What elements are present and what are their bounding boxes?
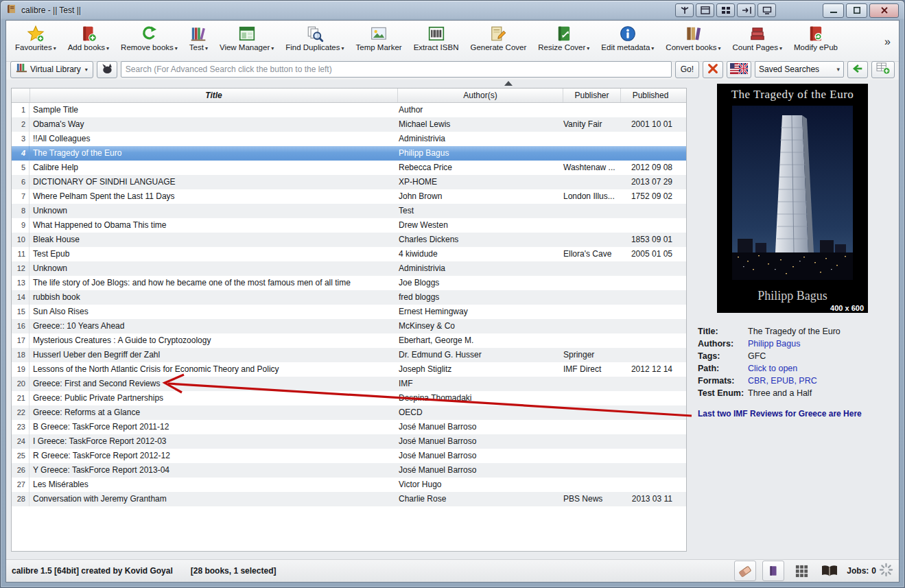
- book-row[interactable]: 12UnknownAdministrivia: [12, 261, 686, 276]
- dropdown-arrow-icon[interactable]: ▾: [175, 45, 178, 51]
- toolbar-view-manager-button[interactable]: View Manager▾: [215, 23, 279, 53]
- book-row[interactable]: 20Greece: First and Second ReviewsIMF: [12, 377, 686, 391]
- jobs-indicator[interactable]: Jobs: 0: [847, 563, 893, 579]
- detail-link[interactable]: Click to open: [748, 362, 797, 375]
- save-search-button[interactable]: [871, 61, 895, 78]
- book-row[interactable]: 3!!All ColleaguesAdministrivia: [12, 132, 686, 146]
- chevron-down-icon: ▾: [836, 66, 840, 73]
- titlebar-panel-button[interactable]: [696, 3, 714, 17]
- info-icon: [619, 24, 637, 43]
- book-row[interactable]: 9What Happened to Obama This timeDrew We…: [12, 218, 686, 233]
- epub-icon: [807, 24, 825, 43]
- close-button[interactable]: [869, 3, 899, 18]
- book-row[interactable]: 13The life story of Joe Blogs: and how h…: [12, 276, 686, 290]
- book-row[interactable]: 17Mysterious Creatures : A Guide to Cryp…: [12, 333, 686, 348]
- dropdown-arrow-icon[interactable]: ▾: [342, 45, 344, 51]
- book-row[interactable]: 11Test Epub4 kiwidudeEllora's Cave2005 0…: [12, 247, 686, 261]
- toolbar-add-books-button[interactable]: Add books▾: [63, 23, 114, 53]
- bookshelf-icon: [16, 62, 27, 76]
- cover-size-label: 400 x 600: [830, 304, 864, 312]
- toolbar-find-duplicates-button[interactable]: Find Duplicates▾: [281, 23, 349, 53]
- book-row[interactable]: 22Greece: Reforms at a GlanceOECD: [12, 405, 686, 420]
- titlebar-monitor-button[interactable]: [757, 3, 776, 17]
- toolbar-generate-cover-button[interactable]: Generate Cover: [465, 23, 531, 53]
- dropdown-arrow-icon[interactable]: ▾: [205, 45, 208, 51]
- book-row-selected[interactable]: 4The Tragedy of the EuroPhilipp Bagus: [12, 146, 686, 161]
- dropdown-arrow-icon[interactable]: ▾: [718, 45, 720, 51]
- dropdown-arrow-icon[interactable]: ▾: [779, 45, 782, 51]
- detail-value: The Tragedy of the Euro: [748, 325, 841, 338]
- green-left-arrow-icon: [851, 62, 864, 77]
- book-row[interactable]: 27Les MisérablesVictor Hugo: [12, 478, 686, 492]
- dropdown-arrow-icon[interactable]: ▾: [587, 45, 589, 51]
- layout-tag-eraser-button[interactable]: [734, 561, 756, 581]
- copy-saved-search-button[interactable]: [847, 61, 868, 78]
- toolbar-favourites-button[interactable]: Favourites▾: [10, 23, 61, 53]
- titlebar-gridsm-button[interactable]: [716, 3, 735, 17]
- window-icon: [238, 24, 256, 43]
- detail-link[interactable]: CBR, EPUB, PRC: [748, 375, 817, 387]
- row-number-header[interactable]: [12, 89, 30, 102]
- detail-link[interactable]: Philipp Bagus: [748, 338, 800, 350]
- book-row[interactable]: 6DICTIONARY OF SINDHI LANGUAGEXP-HOME201…: [12, 175, 686, 189]
- search-input[interactable]: [121, 61, 672, 78]
- book-row[interactable]: 1Sample TitleAuthor: [12, 103, 686, 117]
- dropdown-arrow-icon[interactable]: ▾: [54, 45, 56, 51]
- convert-icon: [684, 24, 702, 43]
- version-text: calibre 1.5 [64bit] created by Kovid Goy…: [12, 566, 173, 576]
- publisher-column-header[interactable]: Publisher: [563, 89, 621, 102]
- dropdown-arrow-icon[interactable]: ▾: [271, 45, 274, 51]
- window-title: calibre - || Test ||: [21, 5, 81, 15]
- book-row[interactable]: 24I Greece: TaskForce Report 2012-03José…: [12, 434, 686, 449]
- book-row[interactable]: 16Greece:: 10 Years AheadMcKinsey & Co: [12, 319, 686, 333]
- book-row[interactable]: 25R Greece: TaskForce Report 2012-12José…: [12, 449, 686, 463]
- book-row[interactable]: 19Lessons of the North Atlantic Crisis f…: [12, 362, 686, 377]
- toolbar-remove-books-button[interactable]: Remove books▾: [116, 23, 183, 53]
- go-button[interactable]: Go!: [675, 61, 699, 78]
- book-row[interactable]: 2Obama's WayMichael LewisVanity Fair2001…: [12, 117, 686, 132]
- book-cover[interactable]: The Tragedy of the Euro: [717, 84, 868, 313]
- toolbar-modify-epub-button[interactable]: Modify ePub: [789, 23, 843, 53]
- cover-author: Philipp Bagus: [717, 289, 868, 303]
- splitter-grip[interactable]: [504, 81, 513, 86]
- toolbar-count-pages-button[interactable]: Count Pages▾: [728, 23, 788, 53]
- book-row[interactable]: 23B Greece: TaskForce Report 2011-12José…: [12, 420, 686, 434]
- book-row[interactable]: 28Conversation with Jeremy GranthamCharl…: [12, 492, 686, 506]
- virtual-library-button[interactable]: Virtual Library ▾: [10, 61, 93, 78]
- clear-search-button[interactable]: [703, 61, 723, 78]
- toolbar-edit-metadata-button[interactable]: Edit metadata▾: [596, 23, 659, 53]
- toolbar-test-button[interactable]: Test▾: [185, 23, 213, 53]
- minimize-button[interactable]: [823, 3, 844, 18]
- maximize-button[interactable]: [846, 3, 867, 18]
- title-column-header[interactable]: Title: [30, 89, 398, 102]
- layout-book-details-button[interactable]: [819, 561, 841, 581]
- saved-searches-select[interactable]: Saved Searches ▾: [755, 61, 844, 78]
- dropdown-arrow-icon[interactable]: ▾: [106, 45, 109, 51]
- book-row[interactable]: 18Husserl Ueber den Begriff der ZahlDr. …: [12, 348, 686, 362]
- book-row[interactable]: 10Bleak HouseCharles Dickens1853 09 01: [12, 233, 686, 247]
- search-menu-button[interactable]: [97, 61, 117, 78]
- layout-grid-view-button[interactable]: [790, 561, 812, 581]
- titlebar[interactable]: calibre - || Test ||: [1, 1, 904, 20]
- book-row[interactable]: 7Where Pelham Spent the Last 11 DaysJohn…: [12, 189, 686, 204]
- dropdown-arrow-icon[interactable]: ▾: [651, 45, 654, 51]
- titlebar-branch-button[interactable]: [675, 3, 694, 17]
- published-column-header[interactable]: Published: [621, 89, 680, 102]
- detail-field: Path:Click to open: [698, 362, 894, 375]
- calibre-window: calibre - || Test || Favourites▾Add book…: [0, 0, 905, 588]
- titlebar-transfer-button[interactable]: [737, 3, 755, 17]
- book-row[interactable]: 15Sun Also RisesErnest Hemingway: [12, 305, 686, 319]
- book-row[interactable]: 21Greece: Public Private PartnershipsDes…: [12, 391, 686, 405]
- toolbar-resize-cover-button[interactable]: Resize Cover▾: [533, 23, 594, 53]
- book-row[interactable]: 8UnknownTest: [12, 204, 686, 218]
- search-highlight-button[interactable]: [727, 61, 751, 78]
- layout-cover-browser-button[interactable]: [762, 561, 784, 581]
- book-row[interactable]: 5Calibre HelpRebecca PriceWashtenaw ...2…: [12, 161, 686, 175]
- toolbar-extract-isbn-button[interactable]: Extract ISBN: [409, 23, 464, 53]
- toolbar-convert-books-button[interactable]: Convert books▾: [661, 23, 725, 53]
- toolbar-temp-marker-button[interactable]: Temp Marker: [351, 23, 407, 53]
- toolbar-overflow-button[interactable]: »: [880, 34, 895, 49]
- book-row[interactable]: 26Y Greece: TaskForce Report 2013-04José…: [12, 463, 686, 478]
- book-row[interactable]: 14rubbish bookfred bloggs: [12, 290, 686, 305]
- authors-column-header[interactable]: Author(s): [398, 89, 563, 102]
